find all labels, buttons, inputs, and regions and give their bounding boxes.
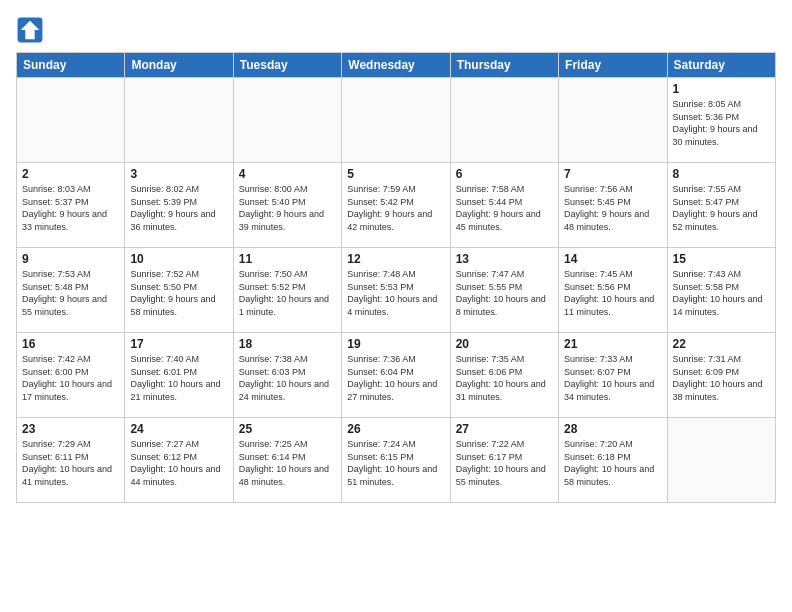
day-info: Sunrise: 7:50 AM Sunset: 5:52 PM Dayligh… — [239, 268, 336, 318]
day-info: Sunrise: 7:47 AM Sunset: 5:55 PM Dayligh… — [456, 268, 553, 318]
day-number: 17 — [130, 337, 227, 351]
calendar-cell: 3Sunrise: 8:02 AM Sunset: 5:39 PM Daylig… — [125, 163, 233, 248]
calendar-body: 1Sunrise: 8:05 AM Sunset: 5:36 PM Daylig… — [17, 78, 776, 503]
day-number: 26 — [347, 422, 444, 436]
calendar-cell: 18Sunrise: 7:38 AM Sunset: 6:03 PM Dayli… — [233, 333, 341, 418]
calendar-cell: 16Sunrise: 7:42 AM Sunset: 6:00 PM Dayli… — [17, 333, 125, 418]
calendar-cell: 19Sunrise: 7:36 AM Sunset: 6:04 PM Dayli… — [342, 333, 450, 418]
day-number: 1 — [673, 82, 770, 96]
week-row-0: 1Sunrise: 8:05 AM Sunset: 5:36 PM Daylig… — [17, 78, 776, 163]
calendar-cell — [17, 78, 125, 163]
day-number: 3 — [130, 167, 227, 181]
logo-icon — [16, 16, 44, 44]
day-info: Sunrise: 7:40 AM Sunset: 6:01 PM Dayligh… — [130, 353, 227, 403]
day-info: Sunrise: 8:00 AM Sunset: 5:40 PM Dayligh… — [239, 183, 336, 233]
day-info: Sunrise: 7:56 AM Sunset: 5:45 PM Dayligh… — [564, 183, 661, 233]
day-info: Sunrise: 7:55 AM Sunset: 5:47 PM Dayligh… — [673, 183, 770, 233]
day-info: Sunrise: 7:58 AM Sunset: 5:44 PM Dayligh… — [456, 183, 553, 233]
day-info: Sunrise: 8:05 AM Sunset: 5:36 PM Dayligh… — [673, 98, 770, 148]
day-number: 4 — [239, 167, 336, 181]
calendar-cell: 13Sunrise: 7:47 AM Sunset: 5:55 PM Dayli… — [450, 248, 558, 333]
calendar-cell: 14Sunrise: 7:45 AM Sunset: 5:56 PM Dayli… — [559, 248, 667, 333]
calendar-cell: 1Sunrise: 8:05 AM Sunset: 5:36 PM Daylig… — [667, 78, 775, 163]
calendar-cell — [450, 78, 558, 163]
day-number: 21 — [564, 337, 661, 351]
calendar-cell: 9Sunrise: 7:53 AM Sunset: 5:48 PM Daylig… — [17, 248, 125, 333]
day-number: 25 — [239, 422, 336, 436]
week-row-2: 9Sunrise: 7:53 AM Sunset: 5:48 PM Daylig… — [17, 248, 776, 333]
day-info: Sunrise: 7:24 AM Sunset: 6:15 PM Dayligh… — [347, 438, 444, 488]
calendar-cell: 24Sunrise: 7:27 AM Sunset: 6:12 PM Dayli… — [125, 418, 233, 503]
day-info: Sunrise: 7:45 AM Sunset: 5:56 PM Dayligh… — [564, 268, 661, 318]
day-number: 22 — [673, 337, 770, 351]
calendar-cell: 2Sunrise: 8:03 AM Sunset: 5:37 PM Daylig… — [17, 163, 125, 248]
day-info: Sunrise: 7:31 AM Sunset: 6:09 PM Dayligh… — [673, 353, 770, 403]
weekday-friday: Friday — [559, 53, 667, 78]
calendar-cell: 21Sunrise: 7:33 AM Sunset: 6:07 PM Dayli… — [559, 333, 667, 418]
day-number: 8 — [673, 167, 770, 181]
day-number: 5 — [347, 167, 444, 181]
calendar-cell: 11Sunrise: 7:50 AM Sunset: 5:52 PM Dayli… — [233, 248, 341, 333]
calendar-cell — [125, 78, 233, 163]
day-info: Sunrise: 8:02 AM Sunset: 5:39 PM Dayligh… — [130, 183, 227, 233]
calendar-cell: 12Sunrise: 7:48 AM Sunset: 5:53 PM Dayli… — [342, 248, 450, 333]
calendar-cell: 22Sunrise: 7:31 AM Sunset: 6:09 PM Dayli… — [667, 333, 775, 418]
day-number: 10 — [130, 252, 227, 266]
day-number: 11 — [239, 252, 336, 266]
calendar-cell: 6Sunrise: 7:58 AM Sunset: 5:44 PM Daylig… — [450, 163, 558, 248]
day-number: 12 — [347, 252, 444, 266]
day-number: 14 — [564, 252, 661, 266]
day-info: Sunrise: 7:36 AM Sunset: 6:04 PM Dayligh… — [347, 353, 444, 403]
calendar-cell: 27Sunrise: 7:22 AM Sunset: 6:17 PM Dayli… — [450, 418, 558, 503]
weekday-tuesday: Tuesday — [233, 53, 341, 78]
day-number: 20 — [456, 337, 553, 351]
week-row-1: 2Sunrise: 8:03 AM Sunset: 5:37 PM Daylig… — [17, 163, 776, 248]
day-number: 2 — [22, 167, 119, 181]
weekday-header-row: SundayMondayTuesdayWednesdayThursdayFrid… — [17, 53, 776, 78]
calendar-cell: 7Sunrise: 7:56 AM Sunset: 5:45 PM Daylig… — [559, 163, 667, 248]
calendar-cell: 15Sunrise: 7:43 AM Sunset: 5:58 PM Dayli… — [667, 248, 775, 333]
calendar-cell: 20Sunrise: 7:35 AM Sunset: 6:06 PM Dayli… — [450, 333, 558, 418]
day-info: Sunrise: 7:25 AM Sunset: 6:14 PM Dayligh… — [239, 438, 336, 488]
calendar-cell: 26Sunrise: 7:24 AM Sunset: 6:15 PM Dayli… — [342, 418, 450, 503]
day-number: 15 — [673, 252, 770, 266]
page-header — [16, 16, 776, 44]
calendar-cell: 17Sunrise: 7:40 AM Sunset: 6:01 PM Dayli… — [125, 333, 233, 418]
day-info: Sunrise: 7:43 AM Sunset: 5:58 PM Dayligh… — [673, 268, 770, 318]
calendar-cell: 4Sunrise: 8:00 AM Sunset: 5:40 PM Daylig… — [233, 163, 341, 248]
calendar-cell: 25Sunrise: 7:25 AM Sunset: 6:14 PM Dayli… — [233, 418, 341, 503]
week-row-4: 23Sunrise: 7:29 AM Sunset: 6:11 PM Dayli… — [17, 418, 776, 503]
logo — [16, 16, 48, 44]
weekday-wednesday: Wednesday — [342, 53, 450, 78]
calendar-cell — [342, 78, 450, 163]
day-info: Sunrise: 7:33 AM Sunset: 6:07 PM Dayligh… — [564, 353, 661, 403]
day-number: 28 — [564, 422, 661, 436]
day-number: 19 — [347, 337, 444, 351]
day-info: Sunrise: 7:27 AM Sunset: 6:12 PM Dayligh… — [130, 438, 227, 488]
day-number: 23 — [22, 422, 119, 436]
day-info: Sunrise: 7:20 AM Sunset: 6:18 PM Dayligh… — [564, 438, 661, 488]
calendar-cell: 23Sunrise: 7:29 AM Sunset: 6:11 PM Dayli… — [17, 418, 125, 503]
day-info: Sunrise: 7:59 AM Sunset: 5:42 PM Dayligh… — [347, 183, 444, 233]
calendar-cell — [559, 78, 667, 163]
weekday-sunday: Sunday — [17, 53, 125, 78]
day-number: 16 — [22, 337, 119, 351]
day-info: Sunrise: 8:03 AM Sunset: 5:37 PM Dayligh… — [22, 183, 119, 233]
day-info: Sunrise: 7:22 AM Sunset: 6:17 PM Dayligh… — [456, 438, 553, 488]
calendar: SundayMondayTuesdayWednesdayThursdayFrid… — [16, 52, 776, 503]
calendar-cell: 28Sunrise: 7:20 AM Sunset: 6:18 PM Dayli… — [559, 418, 667, 503]
day-info: Sunrise: 7:29 AM Sunset: 6:11 PM Dayligh… — [22, 438, 119, 488]
day-info: Sunrise: 7:53 AM Sunset: 5:48 PM Dayligh… — [22, 268, 119, 318]
calendar-cell: 8Sunrise: 7:55 AM Sunset: 5:47 PM Daylig… — [667, 163, 775, 248]
weekday-thursday: Thursday — [450, 53, 558, 78]
calendar-cell: 10Sunrise: 7:52 AM Sunset: 5:50 PM Dayli… — [125, 248, 233, 333]
calendar-cell — [233, 78, 341, 163]
day-info: Sunrise: 7:38 AM Sunset: 6:03 PM Dayligh… — [239, 353, 336, 403]
day-number: 18 — [239, 337, 336, 351]
weekday-monday: Monday — [125, 53, 233, 78]
day-number: 6 — [456, 167, 553, 181]
day-info: Sunrise: 7:42 AM Sunset: 6:00 PM Dayligh… — [22, 353, 119, 403]
day-number: 24 — [130, 422, 227, 436]
day-info: Sunrise: 7:35 AM Sunset: 6:06 PM Dayligh… — [456, 353, 553, 403]
weekday-saturday: Saturday — [667, 53, 775, 78]
